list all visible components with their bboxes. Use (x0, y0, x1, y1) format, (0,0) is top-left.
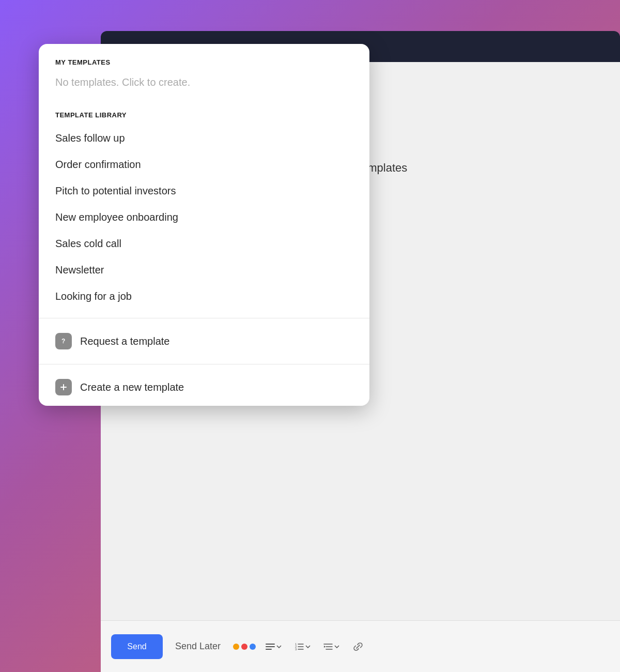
my-templates-title: MY TEMPLATES (55, 58, 353, 66)
template-library-section: TEMPLATE LIBRARY Sales follow up Order c… (39, 103, 369, 314)
library-title: TEMPLATE LIBRARY (55, 111, 353, 119)
send-later-button[interactable]: Send Later (169, 637, 227, 656)
library-items-list: Sales follow up Order confirmation Pitch… (55, 125, 353, 310)
send-button[interactable]: Send (111, 634, 163, 659)
request-icon: ? (55, 333, 72, 349)
templates-dropdown-panel: MY TEMPLATES No templates. Click to crea… (39, 44, 369, 406)
dot-orange (233, 644, 239, 650)
my-templates-section: MY TEMPLATES No templates. Click to crea… (39, 44, 369, 103)
request-template-row[interactable]: ? Request a template (39, 323, 369, 360)
color-dots (233, 644, 256, 650)
template-item-newsletter[interactable]: Newsletter (55, 257, 353, 283)
dot-blue (250, 644, 256, 650)
create-icon (55, 379, 72, 395)
numbered-list-button[interactable]: 1 2 3 (291, 639, 314, 654)
template-item-sales-cold-call[interactable]: Sales cold call (55, 231, 353, 257)
align-button[interactable] (262, 639, 285, 654)
svg-text:?: ? (61, 338, 65, 345)
link-button[interactable] (349, 637, 367, 656)
divider-2 (39, 364, 369, 364)
template-item-sales-follow-up[interactable]: Sales follow up (55, 125, 353, 151)
empty-state-text[interactable]: No templates. Click to create. (55, 72, 353, 97)
template-item-pitch-investors[interactable]: Pitch to potential investors (55, 178, 353, 204)
divider-1 (39, 318, 369, 318)
template-item-looking-for-job[interactable]: Looking for a job (55, 283, 353, 310)
bottom-toolbar: Send Send Later 1 2 3 (101, 620, 620, 672)
svg-text:3: 3 (295, 648, 297, 651)
template-item-order-confirmation[interactable]: Order confirmation (55, 151, 353, 178)
create-template-label: Create a new template (80, 381, 184, 393)
dot-red (241, 644, 247, 650)
create-template-row[interactable]: Create a new template (39, 369, 369, 406)
request-template-label: Request a template (80, 335, 169, 347)
indent-button[interactable] (320, 639, 343, 654)
template-item-new-employee[interactable]: New employee onboarding (55, 204, 353, 231)
